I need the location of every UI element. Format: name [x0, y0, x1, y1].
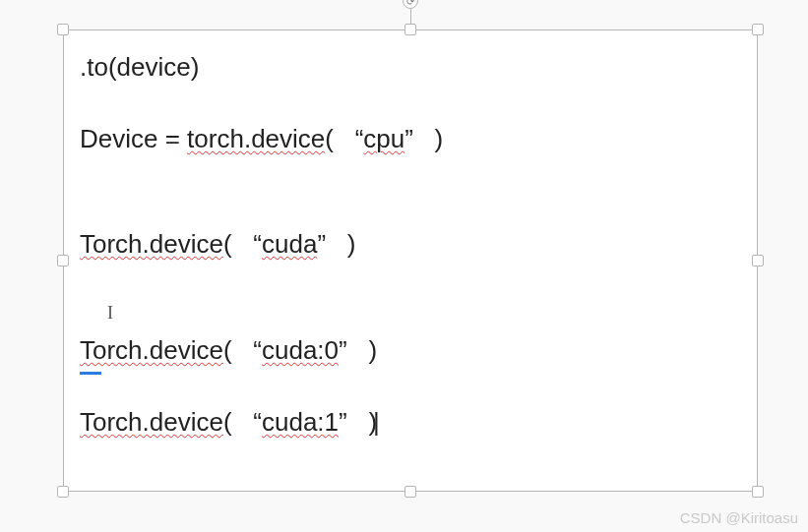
code-line-4: Torch.device( “cuda:0” ) — [80, 333, 741, 368]
resize-handle-mid-right[interactable] — [752, 255, 764, 266]
spellcheck-word: cuda:0 — [262, 335, 339, 365]
spellcheck-word: cpu — [363, 124, 404, 153]
spellcheck-word: Torch.device — [80, 229, 223, 259]
spellcheck-word: cuda — [262, 229, 317, 259]
resize-handle-bottom-mid[interactable] — [404, 486, 416, 498]
rotate-handle[interactable]: ⟳ — [403, 0, 418, 9]
spellcheck-word: cuda:1 — [262, 407, 339, 437]
resize-handle-top-mid[interactable] — [404, 24, 416, 35]
resize-handle-top-right[interactable] — [752, 24, 764, 35]
resize-handle-bottom-right[interactable] — [752, 486, 764, 498]
code-line-1: .to(device) — [80, 50, 741, 85]
watermark-bottom: CSDN @Kiritoasu — [680, 509, 798, 526]
code-line-5: Torch.device( “cuda:1” ) — [80, 405, 741, 440]
resize-handle-bottom-left[interactable] — [57, 486, 69, 498]
spellcheck-word: Torch.device — [80, 335, 223, 365]
spellcheck-word: torch.device — [187, 124, 325, 153]
rotate-icon: ⟳ — [406, 0, 414, 7]
text-content[interactable]: .to(device) Device = torch.device( “cpu”… — [64, 30, 757, 488]
code-line-2: Device = torch.device( “cpu” ) — [80, 122, 741, 156]
text-frame[interactable]: ⟳ .to(device) Device = torch.device( “cp… — [63, 30, 758, 492]
resize-handle-mid-left[interactable] — [57, 255, 69, 266]
text-cursor-ibeam: I — [80, 299, 741, 333]
resize-handle-top-left[interactable] — [57, 24, 69, 35]
code-line-3: Torch.device( “cuda” ) — [80, 227, 741, 262]
spellcheck-word: Torch.device — [80, 407, 223, 437]
